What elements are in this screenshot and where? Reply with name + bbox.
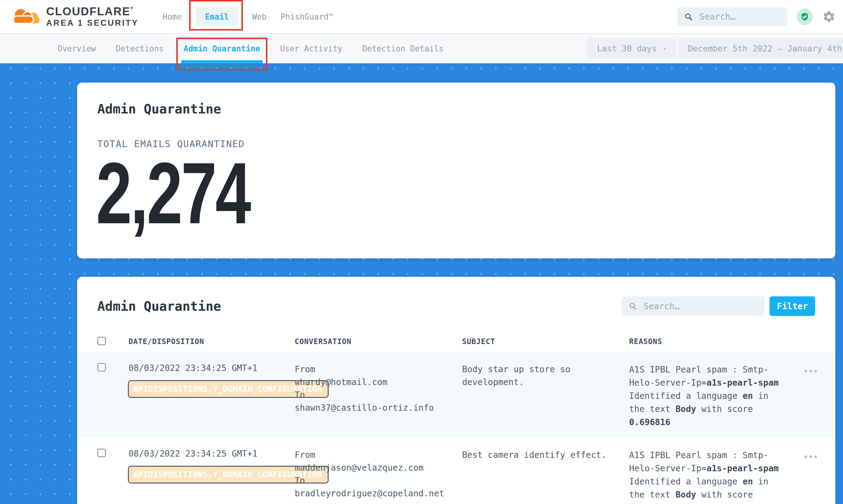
conversation-to-label: To bbox=[295, 474, 462, 487]
row-actions-ellipsis-icon[interactable] bbox=[803, 453, 819, 460]
tab-user-activity[interactable]: User Activity bbox=[280, 34, 343, 63]
security-status-button[interactable] bbox=[796, 8, 813, 25]
conversation-from-label: From bbox=[295, 363, 462, 376]
table-body: 08/03/2022 23:34:25 GMT+1APIDISPOSITIONS… bbox=[77, 352, 835, 504]
search-icon bbox=[685, 12, 693, 22]
settings-gear-icon[interactable] bbox=[822, 10, 836, 23]
row-select-cell bbox=[97, 363, 128, 373]
tab-detections[interactable]: Detections bbox=[116, 34, 164, 63]
period-selector-label: Last 30 days bbox=[597, 44, 657, 53]
conversation-to-address: bradleyrodriguez@copeland.net bbox=[295, 487, 462, 500]
annotation-box-email bbox=[189, 0, 243, 31]
subject-cell: Body star up store so development. bbox=[462, 363, 629, 389]
conversation-from-label: From bbox=[295, 449, 462, 462]
conversation-from-address: maddenjason@velazquez.com bbox=[295, 462, 462, 474]
app-window: CLOUDFLARE® AREA 1 SECURITY HomeEmailWeb… bbox=[0, 0, 843, 504]
tab-overview[interactable]: Overview bbox=[57, 34, 96, 63]
top-bar-right bbox=[677, 7, 836, 26]
column-header-subject: SUBJECT bbox=[462, 337, 629, 346]
row-select-cell bbox=[97, 449, 128, 458]
top-nav-item-email[interactable]: Email bbox=[196, 7, 238, 26]
quarantine-row: 08/03/2022 23:34:25 GMT+1APIDISPOSITIONS… bbox=[77, 438, 835, 504]
top-nav-item-home[interactable]: Home bbox=[162, 12, 182, 21]
filter-button[interactable]: Filter bbox=[770, 296, 815, 316]
conversation-cell: Fromwhardy@hotmail.comToshawn37@castillo… bbox=[295, 363, 462, 414]
date-range-selector[interactable]: December 5th 2022 — January 4th 2023 bbox=[678, 38, 843, 58]
row-checkbox[interactable] bbox=[97, 449, 106, 457]
row-actions-ellipsis-icon[interactable] bbox=[803, 368, 819, 374]
quarantine-table-card: Admin Quarantine Filter DATE/DISPOSITION… bbox=[77, 277, 835, 504]
conversation-to-label: To bbox=[295, 389, 462, 401]
top-nav-item-phishguard[interactable]: PhishGuard™ bbox=[281, 12, 333, 21]
conversation-to-address: shawn37@castillo-ortiz.info bbox=[295, 401, 462, 414]
tab-admin-quarantine[interactable]: Admin Quarantine bbox=[183, 34, 260, 63]
chevron-down-icon: ▾ bbox=[663, 44, 667, 52]
row-actions-cell bbox=[786, 363, 835, 374]
row-actions-cell bbox=[786, 449, 835, 460]
column-header-conversation: CONVERSATION bbox=[295, 337, 462, 346]
brand-subtitle: AREA 1 SECURITY bbox=[46, 19, 139, 27]
date-disposition-cell: 08/03/2022 23:34:25 GMT+1APIDISPOSITIONS… bbox=[128, 449, 295, 459]
reasons-cell: A1S IPBL Pearl spam : Smtp-Helo-Server-I… bbox=[629, 363, 786, 429]
global-search bbox=[677, 7, 787, 26]
global-search-input[interactable] bbox=[699, 11, 780, 22]
reasons-cell: A1S IPBL Pearl spam : Smtp-Helo-Server-I… bbox=[629, 449, 786, 504]
row-checkbox[interactable] bbox=[97, 363, 106, 372]
conversation-cell: Frommaddenjason@velazquez.comTobradleyro… bbox=[295, 449, 462, 500]
table-card-title: Admin Quarantine bbox=[97, 299, 221, 314]
shield-check-icon bbox=[800, 12, 809, 21]
top-bar: CLOUDFLARE® AREA 1 SECURITY HomeEmailWeb… bbox=[0, 0, 843, 34]
brand-name: CLOUDFLARE® bbox=[46, 6, 139, 18]
top-navigation: HomeEmailWebPhishGuard™ bbox=[162, 7, 333, 26]
column-header-reasons: REASONS bbox=[629, 337, 786, 346]
annotation-box-admin-quarantine bbox=[176, 38, 267, 70]
active-tab-underline bbox=[181, 60, 263, 63]
row-datetime: 08/03/2022 23:34:25 GMT+1 bbox=[128, 449, 295, 459]
table-search bbox=[621, 296, 765, 316]
summary-card: Admin Quarantine TOTAL EMAILS QUARANTINE… bbox=[77, 83, 835, 258]
top-nav-item-web[interactable]: Web bbox=[252, 12, 266, 21]
select-all-cell bbox=[97, 337, 128, 346]
cloudflare-cloud-icon bbox=[11, 7, 41, 27]
cloudflare-logo: CLOUDFLARE® AREA 1 SECURITY bbox=[11, 6, 139, 27]
date-range-label: December 5th 2022 — January 4th 2023 bbox=[688, 44, 843, 53]
quarantine-table: DATE/DISPOSITIONCONVERSATIONSUBJECTREASO… bbox=[77, 331, 835, 504]
quarantine-row: 08/03/2022 23:34:25 GMT+1APIDISPOSITIONS… bbox=[77, 352, 835, 438]
conversation-from-address: whardy@hotmail.com bbox=[295, 376, 462, 389]
select-all-checkbox[interactable] bbox=[97, 337, 106, 345]
subject-cell: Best camera identify effect. bbox=[462, 449, 629, 462]
brand-text: CLOUDFLARE® AREA 1 SECURITY bbox=[46, 6, 139, 27]
search-icon bbox=[629, 302, 637, 311]
brand-registered-mark: ® bbox=[130, 5, 134, 10]
metric-value: 2,274 bbox=[96, 155, 643, 231]
date-disposition-cell: 08/03/2022 23:34:25 GMT+1APIDISPOSITIONS… bbox=[128, 363, 295, 373]
row-datetime: 08/03/2022 23:34:25 GMT+1 bbox=[128, 363, 295, 373]
column-header-date-disposition: DATE/DISPOSITION bbox=[128, 337, 295, 346]
period-selector[interactable]: Last 30 days ▾ bbox=[587, 38, 677, 58]
table-header-row: DATE/DISPOSITIONCONVERSATIONSUBJECTREASO… bbox=[77, 331, 835, 352]
table-card-header: Admin Quarantine Filter bbox=[77, 277, 835, 316]
table-search-input[interactable] bbox=[643, 301, 757, 312]
tab-detection-details[interactable]: Detection Details bbox=[362, 34, 444, 63]
summary-card-title: Admin Quarantine bbox=[97, 102, 835, 116]
